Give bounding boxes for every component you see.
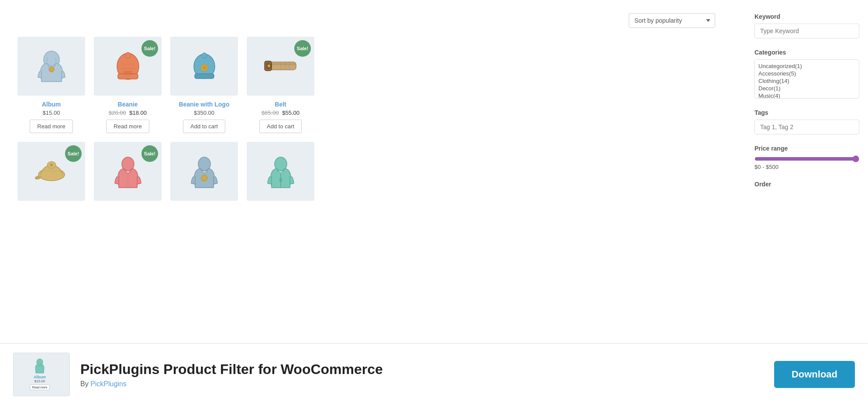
category-item[interactable]: Music(4) — [758, 92, 855, 99]
product-image — [170, 37, 238, 96]
hoodie-icon — [32, 47, 71, 86]
price-range-slider[interactable] — [754, 155, 859, 162]
original-price: $65.00 — [262, 110, 279, 116]
plugin-author: By PickPlugins — [80, 380, 764, 388]
product-card: Sale! Beanie $20.00 $18.00 — [94, 37, 162, 133]
product-name[interactable]: Belt — [275, 101, 286, 108]
price-range-text: $0 - $500 — [754, 164, 859, 170]
product-price: $65.00 $55.00 — [262, 110, 300, 116]
product-card: Sale! Belt — [247, 37, 314, 133]
categories-list[interactable]: Uncategorized(1) Accessories(5) Clothing… — [754, 59, 859, 99]
product-card — [170, 142, 238, 206]
price-range-label: Price range — [754, 145, 859, 152]
svg-point-31 — [201, 175, 207, 181]
plugin-title: PickPlugins Product Filter for WooCommer… — [80, 361, 764, 378]
keyword-section: Keyword — [754, 13, 859, 38]
product-name[interactable]: Beanie — [118, 101, 138, 108]
product-card: Beanie with Logo $350.00 Add to cart — [170, 37, 238, 133]
order-label: Order — [754, 181, 859, 188]
categories-label: Categories — [754, 49, 859, 56]
product-image — [17, 37, 85, 96]
category-item[interactable]: Clothing(14) — [758, 77, 855, 85]
tags-input[interactable] — [754, 120, 859, 134]
sale-price: $18.00 — [129, 110, 147, 116]
thumb-product-name: Album — [34, 375, 46, 379]
hoodie-pink-icon — [108, 152, 148, 191]
category-item[interactable]: Accessories(5) — [758, 70, 855, 77]
by-text: By — [80, 380, 89, 388]
product-card: Sale! — [94, 142, 162, 206]
product-price: $15.00 — [43, 110, 60, 116]
product-price: $20.00 $18.00 — [109, 110, 147, 116]
tags-label: Tags — [754, 109, 859, 116]
add-to-cart-button[interactable]: Add to cart — [259, 120, 302, 133]
sale-badge: Sale! — [294, 40, 311, 57]
svg-rect-9 — [124, 71, 132, 75]
content-area: Sort by popularitySort by latestSort by … — [0, 0, 868, 343]
read-more-button[interactable]: Read more — [106, 120, 149, 133]
download-button[interactable]: Download — [774, 361, 855, 388]
product-card — [247, 142, 314, 206]
thumb-row: Album $15.00 Read more — [17, 357, 66, 390]
product-image: Sale! — [94, 37, 162, 96]
tags-section: Tags — [754, 109, 859, 134]
svg-point-20 — [268, 65, 270, 67]
plugin-info: PickPlugins Product Filter for WooCommer… — [80, 361, 764, 388]
sale-badge: Sale! — [65, 145, 82, 162]
category-item[interactable]: Decor(1) — [758, 85, 855, 92]
product-image: Sale! — [94, 142, 162, 201]
keyword-label: Keyword — [754, 13, 859, 20]
svg-point-27 — [50, 164, 53, 166]
svg-rect-11 — [195, 74, 214, 79]
filter-sidebar: Keyword Categories Uncategorized(1) Acce… — [754, 13, 859, 335]
thumb-inner: Album $15.00 Read more — [17, 357, 62, 390]
product-image: Sale! — [17, 142, 85, 201]
hoodie-teal-icon — [261, 152, 300, 191]
original-price: $20.00 — [109, 110, 126, 116]
thumb-sidebar-lines — [64, 357, 66, 390]
category-item[interactable]: Uncategorized(1) — [758, 62, 855, 70]
hoodie-logo-icon — [185, 152, 224, 191]
sale-badge: Sale! — [141, 40, 158, 57]
main-wrapper: Sort by popularitySort by latestSort by … — [0, 0, 868, 405]
read-more-button[interactable]: Read more — [30, 120, 72, 133]
svg-point-12 — [202, 53, 207, 58]
bottom-bar: Album $15.00 Read more PickPlugins Produ… — [0, 343, 868, 405]
sale-price: $55.00 — [282, 110, 300, 116]
products-section: Sort by popularitySort by latestSort by … — [9, 13, 754, 335]
product-card: Sale! — [17, 142, 85, 206]
product-image — [247, 142, 314, 201]
order-section: Order — [754, 181, 859, 188]
svg-point-14 — [202, 65, 207, 70]
svg-point-1 — [49, 67, 54, 72]
product-name[interactable]: Album — [42, 101, 61, 108]
price-range-wrapper: $0 - $500 — [754, 155, 859, 170]
plugin-thumbnail: Album $15.00 Read more — [13, 353, 70, 396]
product-card: Album $15.00 Read more — [17, 37, 85, 133]
add-to-cart-button[interactable]: Add to cart — [183, 120, 225, 133]
svg-rect-34 — [279, 178, 282, 182]
products-grid: Album $15.00 Read more Sale! — [9, 37, 741, 206]
thumb-hoodie-icon — [31, 357, 48, 374]
thumb-read-more: Read more — [30, 384, 50, 390]
product-image: Sale! — [247, 37, 314, 96]
belt-icon — [261, 47, 300, 86]
author-link[interactable]: PickPlugins — [90, 380, 127, 388]
sort-bar: Sort by popularitySort by latestSort by … — [9, 13, 741, 28]
product-image — [170, 142, 238, 201]
categories-section: Categories Uncategorized(1) Accessories(… — [754, 49, 859, 99]
beanie-blue-icon — [185, 47, 224, 86]
thumb-price: $15.00 — [34, 379, 45, 383]
product-name[interactable]: Beanie with Logo — [179, 101, 230, 108]
sort-select[interactable]: Sort by popularitySort by latestSort by … — [629, 13, 715, 28]
keyword-input[interactable] — [754, 24, 859, 38]
svg-point-6 — [125, 52, 131, 58]
beanie-orange-icon — [108, 47, 148, 86]
sale-badge: Sale! — [141, 145, 158, 162]
price-range-section: Price range $0 - $500 — [754, 145, 859, 170]
cap-icon — [32, 152, 71, 191]
product-price: $350.00 — [194, 110, 214, 116]
